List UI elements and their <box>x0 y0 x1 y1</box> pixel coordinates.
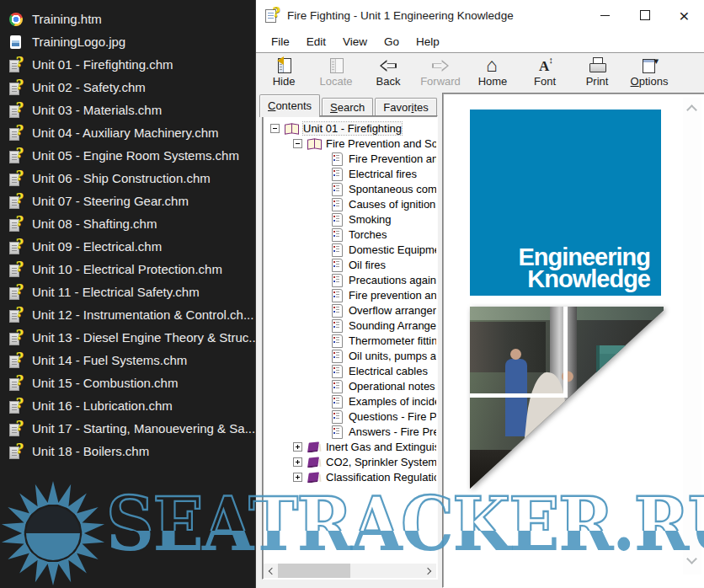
tree-item[interactable]: Causes of ignition o <box>264 196 436 211</box>
tree-item-icon <box>330 168 344 180</box>
tree-item[interactable]: Electrical cables <box>264 363 436 378</box>
nav-tab[interactable]: Favorites <box>375 98 436 117</box>
tree-item[interactable]: Inert Gas and Extinguish <box>264 439 436 454</box>
tree-item[interactable]: Domestic Equipmen <box>264 242 436 257</box>
file-item[interactable]: Unit 01 - Firefighting.chm <box>0 53 255 76</box>
tree-item-icon <box>330 213 344 226</box>
tree-item-label: Unit 01 - Firefighting <box>303 122 402 135</box>
file-item[interactable]: Unit 11 - Electrical Safety.chm <box>0 281 255 303</box>
file-item[interactable]: Unit 04 - Auxiliary Machinery.chm <box>0 121 255 144</box>
file-item[interactable]: Unit 17 - Starting, Manouevering & Sa... <box>0 417 255 440</box>
tree-item-icon <box>330 334 344 347</box>
tree-item[interactable]: Oil units, pumps and <box>264 348 436 363</box>
tree-item[interactable]: Electrical fires <box>264 166 436 181</box>
menu-item[interactable]: Go <box>376 30 408 52</box>
file-item[interactable]: Unit 07 - Steering Gear.chm <box>0 190 255 212</box>
file-item-label: Unit 10 - Electrical Protection.chm <box>32 262 222 276</box>
tree-item[interactable]: Torches <box>264 227 436 242</box>
toolbar-button[interactable]: Hide <box>258 54 310 91</box>
file-item-label: Unit 05 - Engine Room Systems.chm <box>32 148 239 163</box>
tree-item[interactable]: Examples of incider <box>264 393 436 409</box>
tree-expander-icon[interactable] <box>293 442 302 452</box>
tree-item-label: Oil fires <box>349 259 386 271</box>
toolbar-button[interactable]: Locate <box>310 54 362 91</box>
chevron-up-icon[interactable] <box>686 104 697 115</box>
tree-expander-icon[interactable] <box>293 473 302 482</box>
tree-expander-icon[interactable] <box>293 139 302 148</box>
file-type-icon <box>8 262 24 277</box>
toolbar-button[interactable]: Print <box>571 54 623 91</box>
tree-item[interactable]: Answers - Fire Prev <box>264 424 436 439</box>
file-item[interactable]: Unit 08 - Shafting.chm <box>0 212 255 235</box>
tree-item[interactable]: Fire Prevention and Sou <box>264 136 436 151</box>
content-vertical-scrollbar[interactable] <box>683 98 701 575</box>
tree-item-label: Answers - Fire Prev <box>349 425 436 438</box>
file-list-panel: Training.htm TrainingLogo.jpg Unit 01 - … <box>0 0 255 588</box>
file-item[interactable]: TrainingLogo.jpg <box>0 30 255 53</box>
tree-expander-icon[interactable] <box>293 457 302 467</box>
tree-item[interactable]: Spontaneous comb <box>264 181 436 196</box>
menu-item[interactable]: Edit <box>298 30 334 52</box>
tree-item[interactable]: Questions - Fire Pre <box>264 409 436 424</box>
tree-item[interactable]: Sounding Arrangem <box>264 318 436 333</box>
nav-tab[interactable]: Search <box>322 98 373 117</box>
file-type-icon <box>8 216 24 232</box>
tree-item[interactable]: Precautions against <box>264 272 436 287</box>
file-item[interactable]: Unit 14 - Fuel Systems.chm <box>0 349 255 372</box>
tree-item[interactable]: Smoking <box>264 211 436 227</box>
menu-item[interactable]: File <box>263 30 298 52</box>
file-item[interactable]: Unit 05 - Engine Room Systems.chm <box>0 144 255 167</box>
title-bar[interactable]: Fire Fighting - Unit 1 Engineering Knowl… <box>256 0 704 30</box>
photo-control-cabinet <box>596 345 648 433</box>
file-item[interactable]: Unit 02 - Safety.chm <box>0 76 255 99</box>
file-item[interactable]: Unit 18 - Boilers.chm <box>0 440 255 462</box>
file-item-label: Unit 13 - Diesel Engine Theory & Struc..… <box>32 330 255 345</box>
tree-item[interactable]: Classification Regulatio <box>264 469 436 484</box>
toolbar-button[interactable]: Font <box>519 54 571 91</box>
file-item[interactable]: Unit 12 - Instrumentation & Control.ch..… <box>0 303 255 326</box>
tree-item[interactable]: Fire prevention and <box>264 287 436 302</box>
maximize-button[interactable] <box>625 0 664 30</box>
minimize-button[interactable] <box>585 0 625 30</box>
tree-expander-icon[interactable] <box>270 124 280 133</box>
file-item[interactable]: Unit 16 - Lubrication.chm <box>0 394 255 417</box>
file-type-icon <box>8 126 24 141</box>
toolbar-button[interactable]: Forward <box>414 54 467 91</box>
tree-item[interactable]: Operational notes <box>264 378 436 393</box>
file-item-label: Unit 09 - Electrical.chm <box>32 239 162 254</box>
tree-horizontal-scrollbar[interactable] <box>264 564 436 578</box>
chevron-down-icon[interactable] <box>686 553 697 564</box>
file-item[interactable]: Unit 15 - Combustion.chm <box>0 372 255 394</box>
file-item-label: Unit 15 - Combustion.chm <box>32 376 178 390</box>
tree-item[interactable]: Thermometer fitting <box>264 333 436 348</box>
tree-item[interactable]: Oil fires <box>264 257 436 272</box>
menu-item[interactable]: View <box>334 30 376 52</box>
tree-item-icon <box>330 152 344 165</box>
tree-item[interactable]: Overflow arrangeme <box>264 302 436 318</box>
scroll-left-arrow[interactable] <box>264 564 278 578</box>
file-item[interactable]: Unit 09 - Electrical.chm <box>0 235 255 258</box>
tree-item[interactable]: Unit 01 - Firefighting <box>264 120 436 136</box>
file-item-label: Training.htm <box>32 12 102 26</box>
tree-item[interactable]: Fire Prevention and <box>264 151 436 166</box>
toolbar-button[interactable]: Options <box>623 54 675 91</box>
nav-tab[interactable]: Contents <box>259 94 320 117</box>
file-item[interactable]: Training.htm <box>0 8 255 30</box>
file-item[interactable]: Unit 06 - Ship Construction.chm <box>0 167 255 190</box>
toolbar-button[interactable]: Home <box>467 54 519 91</box>
file-item[interactable]: Unit 10 - Electrical Protection.chm <box>0 258 255 281</box>
tree-item-icon <box>330 274 344 286</box>
file-type-icon <box>8 330 24 345</box>
scroll-right-arrow[interactable] <box>422 564 436 578</box>
close-button[interactable] <box>664 0 704 30</box>
file-item-label: Unit 02 - Safety.chm <box>32 80 146 94</box>
tree-item[interactable]: CO2, Sprinkler Systems <box>264 454 436 469</box>
menu-item[interactable]: Help <box>408 30 448 52</box>
file-item[interactable]: Unit 13 - Diesel Engine Theory & Struc..… <box>0 326 255 349</box>
file-item[interactable]: Unit 03 - Materials.chm <box>0 99 255 121</box>
tree-item-icon <box>307 441 322 453</box>
toolbar-button[interactable]: Back <box>362 54 414 91</box>
tree-item-label: Electrical cables <box>349 365 428 377</box>
tree-item-label: Classification Regulatio <box>326 471 436 484</box>
horizontal-scroll-thumb[interactable] <box>278 564 350 578</box>
